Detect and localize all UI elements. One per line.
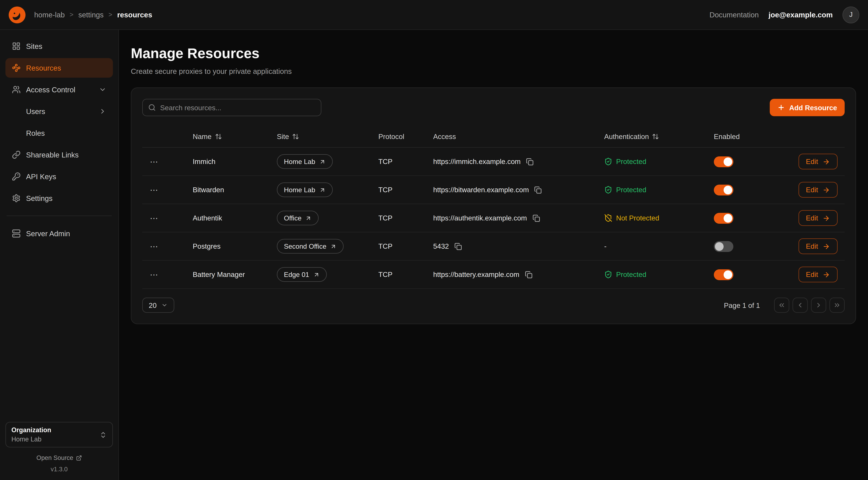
column-header-label: Site [277, 132, 289, 141]
arrow-up-right-icon [319, 158, 326, 165]
row-menu-button[interactable]: ⋯ [142, 157, 158, 167]
auth-status-label: Not Protected [616, 214, 659, 222]
chevron-right-icon [815, 301, 823, 309]
toggle-knob [723, 185, 732, 194]
site-link-button[interactable]: Home Lab [277, 182, 333, 197]
enabled-toggle[interactable] [714, 241, 733, 252]
sidebar-item-server-admin[interactable]: Server Admin [5, 224, 113, 243]
next-page-button[interactable] [811, 298, 826, 313]
edit-button[interactable]: Edit [798, 154, 838, 170]
sidebar-item-users[interactable]: Users [5, 101, 113, 121]
copy-icon[interactable] [526, 157, 534, 166]
sort-icon [652, 133, 659, 140]
sidebar-item-sites[interactable]: Sites [5, 36, 113, 56]
column-header-name[interactable]: Name [193, 132, 222, 141]
column-header-site[interactable]: Site [277, 132, 299, 141]
column-header-authentication[interactable]: Authentication [604, 132, 659, 141]
documentation-link[interactable]: Documentation [710, 11, 759, 19]
table-row: ⋯ Immich Home Lab TCP https://immich.exa… [142, 148, 845, 176]
arrow-up-right-icon [330, 243, 337, 249]
column-header-label: Protocol [378, 132, 404, 141]
sidebar-item-resources[interactable]: Resources [5, 58, 113, 78]
enabled-toggle[interactable] [714, 269, 733, 280]
user-email: joe@example.com [769, 11, 833, 19]
shield-check-icon [604, 157, 612, 166]
auth-status-label: Protected [616, 157, 646, 166]
edit-button[interactable]: Edit [798, 210, 838, 226]
site-name: Home Lab [284, 186, 315, 194]
site-link-button[interactable]: Office [277, 211, 319, 226]
chevron-left-icon [796, 301, 804, 309]
first-page-button[interactable] [774, 298, 789, 313]
server-icon [12, 229, 21, 238]
sidebar: Sites Resources Access Control Users Rol… [0, 30, 119, 480]
sidebar-footer: Organization Home Lab Open Source v1.3.0 [5, 422, 113, 472]
arrow-right-icon [823, 186, 830, 194]
protocol-value: TCP [378, 157, 433, 166]
search-icon [148, 104, 156, 111]
sidebar-item-label: Resources [26, 64, 61, 72]
app-logo-icon[interactable] [9, 6, 26, 23]
topbar-right: Documentation joe@example.com J [710, 6, 859, 23]
copy-icon[interactable] [525, 270, 533, 278]
chevrons-up-down-icon [99, 431, 107, 439]
auth-status-label: Protected [616, 186, 646, 194]
site-link-button[interactable]: Home Lab [277, 154, 333, 169]
edit-button[interactable]: Edit [798, 238, 838, 254]
sidebar-item-api-keys[interactable]: API Keys [5, 167, 113, 186]
chevron-down-icon [99, 86, 106, 93]
previous-page-button[interactable] [793, 298, 808, 313]
copy-icon[interactable] [534, 186, 542, 194]
sidebar-item-label: Sites [26, 42, 42, 50]
enabled-toggle[interactable] [714, 213, 733, 223]
sidebar-item-roles[interactable]: Roles [5, 123, 113, 143]
copy-icon[interactable] [532, 214, 540, 222]
edit-button[interactable]: Edit [798, 182, 838, 198]
auth-status-label: - [604, 242, 607, 250]
breadcrumb-settings[interactable]: settings [79, 11, 104, 19]
search-input[interactable] [160, 103, 315, 112]
sidebar-item-shareable-links[interactable]: Shareable Links [5, 145, 113, 164]
toggle-knob [723, 214, 732, 222]
sidebar-item-access-control[interactable]: Access Control [5, 80, 113, 99]
add-resource-button[interactable]: Add Resource [770, 99, 845, 116]
site-link-button[interactable]: Second Office [277, 239, 344, 253]
chevrons-right-icon [833, 301, 841, 309]
breadcrumb-org[interactable]: home-lab [34, 11, 65, 19]
row-menu-button[interactable]: ⋯ [142, 241, 158, 251]
last-page-button[interactable] [830, 298, 845, 313]
arrow-right-icon [823, 271, 830, 278]
table-toolbar: Add Resource [142, 99, 845, 116]
gear-icon [12, 194, 21, 203]
grid-icon [12, 42, 21, 51]
pager-buttons [774, 298, 845, 313]
sidebar-item-label: Access Control [26, 86, 75, 94]
row-menu-button[interactable]: ⋯ [142, 213, 158, 223]
table-row: ⋯ Authentik Office TCP https://authentik… [142, 204, 845, 232]
table-header-row: Name Site Protocol Access Authenticati [142, 126, 845, 148]
organization-text: Organization Home Lab [11, 426, 51, 443]
arrow-right-icon [823, 243, 830, 250]
site-link-button[interactable]: Edge 01 [277, 267, 327, 282]
enabled-toggle[interactable] [714, 156, 733, 167]
auth-status: Protected [604, 186, 714, 194]
open-source-link[interactable]: Open Source [5, 454, 113, 461]
copy-icon[interactable] [454, 242, 463, 250]
protocol-value: TCP [378, 214, 433, 222]
avatar[interactable]: J [842, 6, 859, 23]
version-label: v1.3.0 [5, 466, 113, 472]
chevron-down-icon [161, 302, 168, 308]
page-size-select[interactable]: 20 [142, 298, 175, 313]
protocol-value: TCP [378, 242, 433, 250]
row-menu-button[interactable]: ⋯ [142, 270, 158, 279]
organization-selector[interactable]: Organization Home Lab [5, 422, 113, 447]
key-icon [12, 172, 21, 181]
edit-label: Edit [806, 214, 818, 222]
edit-button[interactable]: Edit [798, 267, 838, 282]
enabled-toggle[interactable] [714, 184, 733, 195]
sidebar-item-settings[interactable]: Settings [5, 188, 113, 208]
sidebar-item-label: Users [26, 107, 45, 116]
column-header-label: Name [193, 132, 212, 141]
row-menu-button[interactable]: ⋯ [142, 185, 158, 195]
resource-name: Authentik [193, 214, 277, 222]
